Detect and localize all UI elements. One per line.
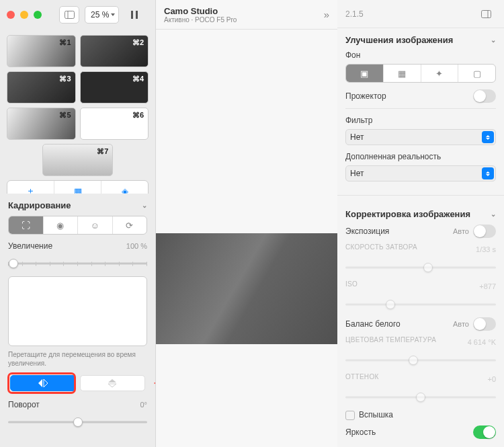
iso-label: ISO	[345, 280, 358, 288]
iso-value: +877	[479, 282, 496, 290]
chevron-down-icon[interactable]: ⌄	[491, 210, 496, 218]
preset-4[interactable]: ⌘4	[80, 71, 149, 104]
temp-value: 4 614 °K	[468, 338, 496, 346]
shutter-value: 1/33 s	[476, 245, 496, 253]
preset-actions: ＋ ▦ ◈	[7, 180, 149, 194]
preset-3[interactable]: ⌘3	[7, 71, 76, 104]
shutter-label: СКОРОСТЬ ЗАТВОРА	[345, 243, 417, 251]
svg-rect-0	[65, 11, 74, 19]
blur-icon: ▦	[398, 69, 406, 79]
tint-slider[interactable]	[345, 390, 496, 405]
bg-mode-none[interactable]: ▢	[458, 65, 495, 82]
zoom-row: Увеличение 100 %	[8, 241, 147, 251]
sidebar-toggle-icon	[65, 11, 75, 19]
enhance-heading: Улучшения изображения⌄	[345, 35, 496, 45]
spotlight-toggle[interactable]	[473, 89, 496, 103]
plus-icon: ＋	[26, 185, 35, 194]
preset-shortcut: ⌘6	[132, 111, 144, 120]
wb-auto-toggle[interactable]	[473, 317, 496, 331]
bg-mode-portrait[interactable]: ▣	[346, 65, 384, 82]
preset-7[interactable]: ⌘7	[42, 144, 114, 176]
version-label: 2.1.5	[345, 9, 364, 19]
mirror-vertical-icon	[106, 378, 118, 388]
flash-row: Вспышка	[345, 410, 496, 420]
pan-drag-area[interactable]	[8, 276, 147, 346]
app-title: Camo Studio	[164, 6, 237, 16]
person-icon: ▢	[473, 69, 481, 79]
zoom-slider[interactable]	[8, 256, 147, 271]
enhance-section: Улучшения изображения⌄ Фон ▣ ▦ ✦ ▢ Проже…	[337, 28, 504, 191]
chevron-down-icon[interactable]: ⌄	[142, 202, 147, 209]
divider	[337, 195, 504, 196]
camera-preview	[156, 233, 337, 344]
spotlight-row: Прожектор	[345, 89, 496, 103]
face-icon: ◉	[56, 220, 64, 231]
layers-button[interactable]: ◈	[101, 181, 148, 194]
iso-slider[interactable]	[345, 297, 496, 312]
preset-2[interactable]: ⌘2	[80, 35, 149, 67]
crop-mode-auto[interactable]: ⟳	[113, 216, 147, 234]
bg-segmented: ▣ ▦ ✦ ▢	[345, 64, 496, 83]
filter-label: Фильтр	[345, 116, 496, 125]
person-icon: ☺	[91, 220, 99, 231]
image-icon: ✦	[435, 69, 443, 79]
shutter-slider[interactable]	[345, 260, 496, 275]
bg-mode-replace[interactable]: ✦	[421, 65, 459, 82]
right-sidebar-toggle[interactable]	[476, 5, 496, 23]
exposure-auto-toggle[interactable]	[473, 225, 496, 238]
preset-1[interactable]: ⌘1	[7, 35, 76, 67]
right-header: 2.1.5	[337, 0, 504, 28]
preset-shortcut: ⌘1	[59, 38, 71, 47]
crop-mode-body[interactable]: ☺	[78, 216, 113, 234]
filter-value: Нет	[350, 132, 364, 142]
flash-checkbox[interactable]	[345, 411, 355, 420]
device-status: Активно · POCO F5 Pro	[164, 16, 237, 24]
svg-rect-2	[131, 11, 133, 19]
svg-rect-4	[481, 10, 491, 17]
brightness-toggle[interactable]	[473, 425, 496, 439]
chevron-down-icon[interactable]: ⌄	[491, 36, 496, 44]
more-button[interactable]: »	[324, 9, 329, 20]
rotate-row: Поворот 0°	[8, 400, 147, 409]
temp-slider[interactable]	[345, 353, 496, 368]
preset-5[interactable]: ⌘5	[7, 108, 76, 140]
brightness-row: Яркость	[345, 425, 496, 439]
exposure-label: Экспозиция	[345, 227, 389, 236]
maximize-window-button[interactable]	[34, 11, 42, 19]
crop-mode-manual[interactable]: ⛶	[9, 216, 44, 234]
right-panel[interactable]: 2.1.5 Улучшения изображения⌄ Фон ▣ ▦ ✦ ▢…	[337, 0, 504, 447]
pause-button[interactable]	[124, 6, 144, 24]
bg-mode-blur[interactable]: ▦	[384, 65, 421, 82]
svg-rect-3	[136, 11, 138, 19]
add-preset-button[interactable]: ＋	[7, 181, 54, 194]
sidebar-toggle-icon	[481, 10, 491, 18]
crop-mode-face[interactable]: ◉	[44, 216, 79, 234]
close-window-button[interactable]	[7, 11, 15, 19]
left-scroll-area[interactable]: ⌘1 ⌘2 ⌘3 ⌘4 ⌘5 ⌘6 ⌘7 ＋ ▦ ◈ Кадрирование⌄…	[0, 30, 155, 447]
center-panel: Camo Studio Активно · POCO F5 Pro »	[156, 0, 337, 447]
pause-icon	[131, 11, 138, 19]
minimize-window-button[interactable]	[20, 11, 28, 19]
spotlight-label: Прожектор	[345, 91, 386, 101]
preset-shortcut: ⌘3	[59, 75, 71, 83]
mirror-vertical-button[interactable]	[80, 375, 146, 391]
grid-view-button[interactable]: ▦	[54, 181, 101, 194]
chevron-right-icon: »	[324, 9, 329, 20]
tint-value: +0	[487, 375, 496, 383]
preset-6[interactable]: ⌘6	[80, 108, 149, 140]
presets-section: ⌘1 ⌘2 ⌘3 ⌘4 ⌘5 ⌘6 ⌘7 ＋ ▦ ◈	[0, 30, 155, 194]
filter-select[interactable]: Нет	[345, 129, 496, 145]
ar-label: Дополненная реальность	[345, 152, 496, 161]
caret-icon	[482, 167, 494, 179]
ar-select[interactable]: Нет	[345, 165, 496, 181]
rotate-readout: 0°	[140, 401, 147, 409]
center-header: Camo Studio Активно · POCO F5 Pro »	[156, 0, 337, 30]
brightness-label: Яркость	[345, 428, 376, 437]
sidebar-toggle-button[interactable]	[59, 6, 79, 24]
ar-value: Нет	[350, 169, 364, 178]
mirror-horizontal-button[interactable]	[10, 375, 76, 391]
zoom-readout: 100 %	[126, 242, 147, 250]
rotate-slider[interactable]	[8, 415, 147, 430]
zoom-select[interactable]: 25 %	[85, 6, 119, 24]
auto-label: Авто	[453, 320, 469, 328]
